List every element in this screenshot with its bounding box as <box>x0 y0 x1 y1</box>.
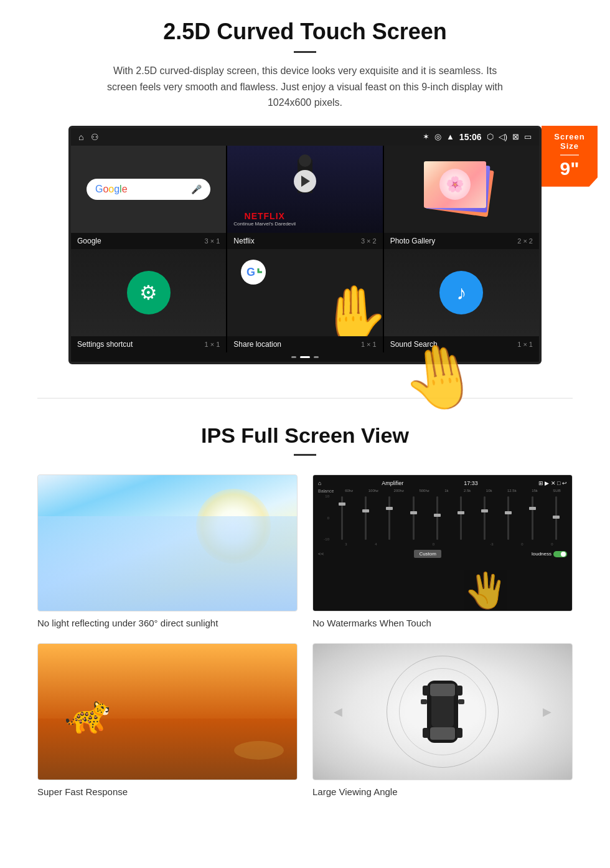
sunlight-image <box>37 474 298 611</box>
google-app-size: 3 × 1 <box>205 237 220 245</box>
microphone-icon: 🎤 <box>191 184 202 194</box>
share-label: Share location 1 × 1 <box>227 336 382 352</box>
section1-title: 2.5D Curved Touch Screen <box>37 19 573 45</box>
section1-description: With 2.5D curved-display screen, this de… <box>106 63 504 111</box>
app-grid-row2: ⚙ G <box>71 249 539 336</box>
amp-home-icon: ⌂ <box>318 480 321 486</box>
amplifier-label: No Watermarks When Touch <box>312 618 573 628</box>
google-app-cell[interactable]: Google 🎤 <box>71 146 226 233</box>
netflix-subtitle: Continue Marvel's Daredevil <box>233 221 296 227</box>
share-app-name: Share location <box>233 340 281 349</box>
gallery-cell-content: 🌸 <box>384 146 539 233</box>
close-box-icon: ⊠ <box>512 132 519 141</box>
sound-icon-container: ♪ <box>439 271 483 314</box>
app-grid-row1: Google 🎤 <box>71 146 539 233</box>
car-image: ◀ ▶ <box>312 643 573 780</box>
custom-button: Custom <box>414 550 441 558</box>
sound-app-size: 1 × 1 <box>517 341 533 348</box>
netflix-logo: NETFLIX <box>233 211 296 221</box>
google-logo: Google <box>95 184 128 195</box>
netflix-app-cell[interactable]: NETFLIX Continue Marvel's Daredevil <box>227 146 382 233</box>
app-labels-row1: Google 3 × 1 Netflix 3 × 2 Photo Gallery… <box>71 233 539 249</box>
feature-amplifier: ⌂ Amplifier 17:33 ⊞ ▶ ✕ □ ↩ Balance 60hz… <box>312 474 573 628</box>
cheetah-image: 🐆 <box>37 643 298 780</box>
touch-hand-icon: 🖐 <box>464 570 507 611</box>
wifi-icon: ▲ <box>446 132 454 141</box>
title-divider <box>294 51 316 53</box>
device-wrapper: Screen Size 9" ⌂ ⚇ ✶ ◎ ▲ 15:06 ⬡ ◁) ⊠ <box>68 126 542 364</box>
badge-divider <box>560 154 579 156</box>
netflix-figure: NETFLIX Continue Marvel's Daredevil <box>227 146 382 233</box>
amp-title: Amplifier <box>382 480 403 486</box>
sound-search-app-cell[interactable]: ♪ <box>384 249 539 336</box>
page-dot-3 <box>314 356 319 358</box>
volume-icon: ◁) <box>499 132 507 141</box>
netflix-info: NETFLIX Continue Marvel's Daredevil <box>233 211 296 227</box>
settings-cell-content: ⚙ <box>71 249 226 336</box>
music-note-icon: ♪ <box>456 281 466 304</box>
share-location-app-cell[interactable]: G 🤚 <box>227 249 382 336</box>
gallery-label: Photo Gallery 2 × 2 <box>384 233 539 249</box>
status-time: 15:06 <box>459 132 482 142</box>
status-left-icons: ⌂ ⚇ <box>78 132 99 142</box>
netflix-cell-content: NETFLIX Continue Marvel's Daredevil <box>227 146 382 233</box>
sunlight-label: No light reflecting under 360° direct su… <box>37 618 298 628</box>
settings-app-size: 1 × 1 <box>205 341 220 348</box>
sound-cell-content: ♪ <box>384 249 539 336</box>
share-app-size: 1 × 1 <box>361 341 377 348</box>
cheetah-label: Super Fast Response <box>37 786 298 797</box>
title-divider2 <box>294 454 316 456</box>
loudness-toggle: loudness <box>532 551 567 557</box>
svg-text:G: G <box>246 266 255 278</box>
device-screen: ⌂ ⚇ ✶ ◎ ▲ 15:06 ⬡ ◁) ⊠ ▭ <box>68 126 542 364</box>
feature-grid: No light reflecting under 360° direct su… <box>37 474 573 797</box>
section2-title: IPS Full Screen View <box>37 423 573 448</box>
google-maps-icon: G <box>240 258 267 286</box>
google-app-name: Google <box>77 237 101 245</box>
settings-icon-container: ⚙ <box>127 271 171 314</box>
settings-label: Settings shortcut 1 × 1 <box>71 336 226 352</box>
location-icon: ◎ <box>434 132 441 141</box>
usb-icon: ⚇ <box>91 132 99 142</box>
google-cell-content: Google 🎤 <box>71 146 226 233</box>
amp-icons: ⊞ ▶ ✕ □ ↩ <box>538 480 567 486</box>
screen-size-badge: Screen Size 9" <box>542 126 598 187</box>
status-bar: ⌂ ⚇ ✶ ◎ ▲ 15:06 ⬡ ◁) ⊠ ▭ <box>71 128 539 146</box>
netflix-app-name: Netflix <box>233 237 254 245</box>
badge-size: 9" <box>547 159 593 178</box>
photo-gallery-app-cell[interactable]: 🌸 <box>384 146 539 233</box>
netflix-app-size: 3 × 2 <box>361 237 377 245</box>
badge-label: Screen Size <box>547 132 593 151</box>
feature-car: ◀ ▶ Large Viewing Angle <box>312 643 573 797</box>
feature-cheetah: 🐆 Super Fast Response <box>37 643 298 797</box>
status-right-icons: ✶ ◎ ▲ 15:06 ⬡ ◁) ⊠ ▭ <box>423 132 532 142</box>
home-icon: ⌂ <box>78 132 83 142</box>
feature-sunlight: No light reflecting under 360° direct su… <box>37 474 298 628</box>
netflix-play-button[interactable] <box>294 170 316 192</box>
gallery-app-name: Photo Gallery <box>390 237 436 245</box>
section-curved-touch: 2.5D Curved Touch Screen With 2.5D curve… <box>0 0 610 379</box>
bluetooth-icon: ✶ <box>423 132 429 141</box>
google-search-bar[interactable]: Google 🎤 <box>87 179 210 200</box>
gallery-app-size: 2 × 2 <box>517 237 533 245</box>
amp-time: 17:33 <box>464 480 478 486</box>
settings-gear-icon: ⚙ <box>139 281 157 304</box>
page-dot-1 <box>291 356 296 358</box>
settings-app-name: Settings shortcut <box>77 340 133 349</box>
camera-icon: ⬡ <box>487 132 494 141</box>
car-label: Large Viewing Angle <box>312 786 573 797</box>
window-icon: ▭ <box>524 132 532 141</box>
hand-pointer-decoration: 🤚 <box>396 334 486 420</box>
section-ips-fullscreen: IPS Full Screen View No light reflecting… <box>0 417 610 816</box>
google-label: Google 3 × 1 <box>71 233 226 249</box>
settings-app-cell[interactable]: ⚙ <box>71 249 226 336</box>
amplifier-image: ⌂ Amplifier 17:33 ⊞ ▶ ✕ □ ↩ Balance 60hz… <box>312 474 573 611</box>
section-divider <box>37 398 573 399</box>
netflix-label: Netflix 3 × 2 <box>227 233 382 249</box>
share-cell-content: G 🤚 <box>227 249 382 336</box>
page-dot-2 <box>300 356 310 358</box>
